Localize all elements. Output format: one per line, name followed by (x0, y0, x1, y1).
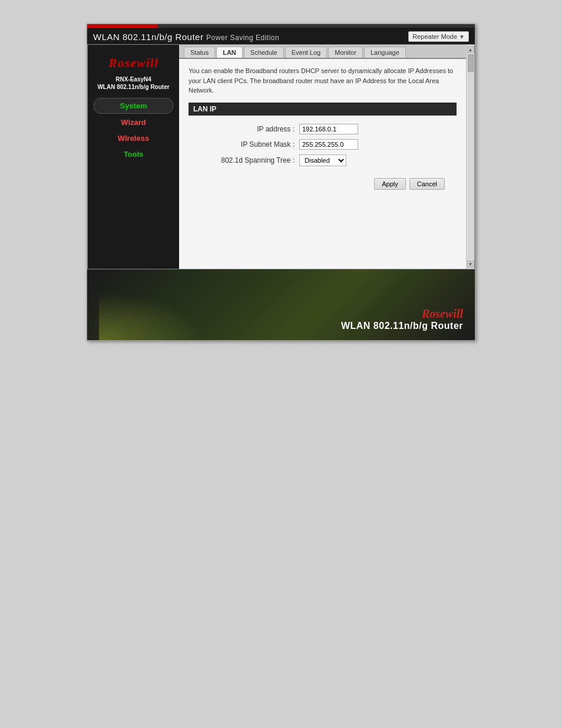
ip-address-input[interactable] (299, 124, 358, 134)
lan-ip-form: IP address : IP Subnet Mask : 802.1d Spa… (200, 124, 457, 166)
scroll-up-button[interactable]: ▲ (467, 46, 474, 53)
scroll-thumb[interactable] (468, 54, 474, 72)
scroll-down-button[interactable]: ▼ (467, 261, 474, 268)
tab-schedule[interactable]: Schedule (244, 47, 284, 58)
footer-product-name: WLAN 802.11n/b/g Router (341, 321, 463, 331)
sidebar-item-system[interactable]: System (94, 98, 173, 114)
sidebar-item-wizard[interactable]: Wizard (94, 115, 173, 130)
footer-glow-decoration (99, 293, 205, 340)
apply-button[interactable]: Apply (374, 178, 406, 190)
tab-lan[interactable]: LAN (216, 47, 243, 58)
subnet-mask-label: IP Subnet Mask : (200, 140, 295, 149)
chevron-down-icon: ▼ (459, 34, 465, 40)
form-row-spanning-tree: 802.1d Spanning Tree : Disabled Enabled (200, 154, 457, 166)
repeater-mode-button[interactable]: Repeater Mode ▼ (408, 31, 469, 42)
footer: Rosewill WLAN 802.11n/b/g Router (87, 269, 475, 340)
spanning-tree-select[interactable]: Disabled Enabled (299, 154, 346, 166)
subnet-mask-input[interactable] (299, 139, 358, 150)
spanning-tree-label: 802.1d Spanning Tree : (200, 156, 295, 164)
button-row: Apply Cancel (189, 178, 457, 190)
form-row-ip: IP address : (200, 124, 457, 134)
main-area: Rosewill RNX-EasyN4 WLAN 802.11n/b/g Rou… (87, 44, 475, 269)
description-text: You can enable the Broadband routers DHC… (189, 66, 457, 95)
sidebar-nav: System Wizard Wireless Tools (88, 98, 179, 162)
footer-brand-logo: Rosewill (422, 307, 463, 321)
device-name: RNX-EasyN4 WLAN 802.11n/b/g Router (88, 75, 179, 91)
sidebar-item-wireless[interactable]: Wireless (94, 131, 173, 146)
nav-tabs: Status LAN Schedule Event Log Monitor La… (179, 45, 466, 59)
section-header: LAN IP (189, 103, 457, 116)
sidebar-item-tools[interactable]: Tools (94, 147, 173, 162)
footer-logo-area: Rosewill WLAN 802.11n/b/g Router (341, 307, 463, 331)
scroll-track (468, 54, 474, 259)
brand-logo: Rosewill (94, 55, 173, 71)
content-panel: Status LAN Schedule Event Log Monitor La… (179, 45, 466, 269)
tab-monitor[interactable]: Monitor (328, 47, 363, 58)
page-header: WLAN 802.11n/b/g Router Power Saving Edi… (87, 28, 475, 44)
tab-event-log[interactable]: Event Log (285, 47, 328, 58)
tab-language[interactable]: Language (364, 47, 406, 58)
ip-address-label: IP address : (200, 125, 295, 133)
sidebar-logo: Rosewill (88, 51, 179, 73)
tab-status[interactable]: Status (184, 47, 215, 58)
content-body: You can enable the Broadband routers DHC… (179, 59, 466, 269)
scrollbar[interactable]: ▲ ▼ (466, 45, 474, 269)
page-title: WLAN 802.11n/b/g Router Power Saving Edi… (93, 32, 279, 42)
cancel-button[interactable]: Cancel (409, 178, 445, 190)
sidebar: Rosewill RNX-EasyN4 WLAN 802.11n/b/g Rou… (88, 45, 179, 269)
form-row-subnet: IP Subnet Mask : (200, 139, 457, 150)
